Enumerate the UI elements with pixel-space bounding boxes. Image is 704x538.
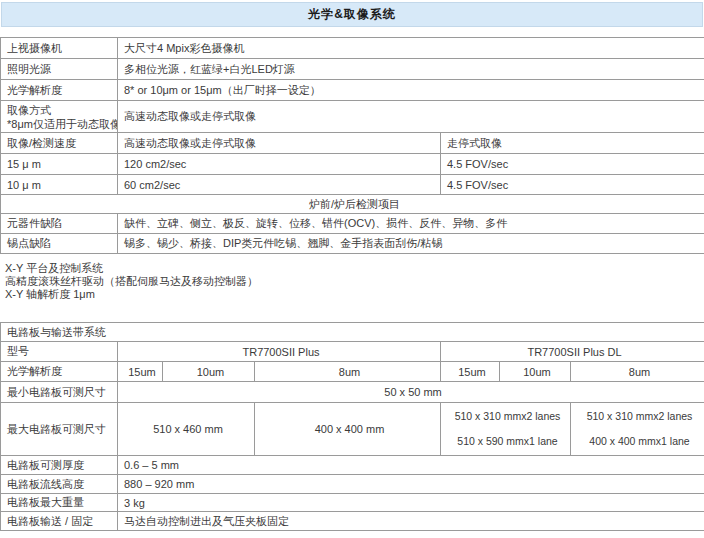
table-row: 取像方式 *8μm仅适用于动态取像 高速动态取像或走停式取像 bbox=[1, 101, 704, 133]
section-header-optics: 光学&取像系统 bbox=[1, 2, 703, 27]
max-board-dl-b-cell: 510 x 310 mmx2 lanes 400 x 400 mmx1 lane bbox=[571, 403, 704, 456]
spec-label-cell: 取像方式 *8μm仅适用于动态取像 bbox=[1, 101, 118, 133]
res-col-cell: 15um bbox=[118, 362, 163, 382]
table-row: 电路板与输送带系统 bbox=[1, 323, 704, 342]
spec-label-cell: 电路板输送 / 固定 bbox=[1, 512, 118, 531]
max-board-dl-a-cell: 510 x 310 mmx2 lanes 510 x 590 mmx1 lane bbox=[441, 403, 571, 456]
spec-label-cell: 型号 bbox=[1, 342, 118, 362]
table-row: 元器件缺陷 缺件、立碑、侧立、极反、旋转、位移、错件(OCV)、损件、反件、异物… bbox=[1, 214, 704, 234]
spec-label-cell: 电路板可测厚度 bbox=[1, 456, 118, 475]
table-row: 型号 TR7700SII Plus TR7700SII Plus DL bbox=[1, 342, 704, 362]
min-board-value-cell: 50 x 50 mm bbox=[118, 382, 704, 403]
spec-label-cell: 照明光源 bbox=[1, 59, 118, 80]
xy-platform-resolution: X-Y 轴解析度 1μm bbox=[5, 288, 695, 301]
spec-value-cell: 880 – 920 mm bbox=[118, 475, 704, 494]
table-row: 最小电路板可测尺寸 50 x 50 mm bbox=[1, 382, 704, 403]
spec-value-cell: 大尺寸4 Mpix彩色摄像机 bbox=[118, 38, 704, 59]
spec-label-cell: 光学解析度 bbox=[1, 80, 118, 101]
table-row: 15 μ m 120 cm2/sec 4.5 FOV/sec bbox=[1, 154, 704, 175]
table-row: 上视摄像机 大尺寸4 Mpix彩色摄像机 bbox=[1, 38, 704, 59]
table-row: 炉前/炉后检测项目 bbox=[1, 195, 704, 214]
spec-label-cell: 元器件缺陷 bbox=[1, 214, 118, 234]
spec-value-cell: 3 kg bbox=[118, 494, 704, 512]
table-row: 电路板流线高度 880 – 920 mm bbox=[1, 475, 704, 494]
model-plus-cell: TR7700SII Plus bbox=[118, 342, 441, 362]
spec-label-cell: 电路板最大重量 bbox=[1, 494, 118, 512]
spec-value-cell: 马达自动控制进出及气压夹板固定 bbox=[118, 512, 704, 531]
table-row: 照明光源 多相位光源，红蓝绿+白光LED灯源 bbox=[1, 59, 704, 80]
max-board-plus-a-cell: 510 x 460 mm bbox=[118, 403, 255, 456]
table-row: 电路板可测厚度 0.6 – 5 mm bbox=[1, 456, 704, 475]
spec-value-cell: 走停式取像 bbox=[441, 133, 704, 154]
spec-label-cell: 取像/检测速度 bbox=[1, 133, 118, 154]
res-col-cell: 8um bbox=[255, 362, 441, 382]
max-board-dl-b-line2: 400 x 400 mmx1 lane bbox=[577, 429, 702, 454]
spec-value-cell: 锡多、锡少、桥接、DIP类元件吃锡、翘脚、金手指表面刮伤/粘锡 bbox=[118, 234, 704, 254]
xy-platform-drive: 高精度滚珠丝杆驱动（搭配伺服马达及移动控制器） bbox=[5, 275, 695, 288]
inspection-items-header: 炉前/炉后检测项目 bbox=[1, 195, 704, 214]
table-row: 锡点缺陷 锡多、锡少、桥接、DIP类元件吃锡、翘脚、金手指表面刮伤/粘锡 bbox=[1, 234, 704, 254]
spec-value-cell: 4.5 FOV/sec bbox=[441, 154, 704, 175]
board-conveyor-table: 电路板与输送带系统 型号 TR7700SII Plus TR7700SII Pl… bbox=[0, 322, 704, 531]
spec-value-cell: 高速动态取像或走停式取像 bbox=[118, 133, 441, 154]
table-row: 光学解析度 15um 10um 8um 15um 10um 8um bbox=[1, 362, 704, 382]
capture-mode-label: 取像方式 bbox=[7, 103, 115, 117]
max-board-dl-b-line1: 510 x 310 mmx2 lanes bbox=[577, 404, 702, 429]
table-row: 光学解析度 8* or 10μm or 15μm（出厂时择一设定） bbox=[1, 80, 704, 101]
optics-table: 上视摄像机 大尺寸4 Mpix彩色摄像机 照明光源 多相位光源，红蓝绿+白光LE… bbox=[0, 37, 704, 254]
spec-value-cell: 120 cm2/sec bbox=[118, 154, 441, 175]
spec-label-cell: 15 μ m bbox=[1, 154, 118, 175]
spec-sheet-page: 光学&取像系统 上视摄像机 大尺寸4 Mpix彩色摄像机 照明光源 多相位光源，… bbox=[0, 0, 704, 538]
spec-value-cell: 8* or 10μm or 15μm（出厂时择一设定） bbox=[118, 80, 704, 101]
table-row: 取像/检测速度 高速动态取像或走停式取像 走停式取像 bbox=[1, 133, 704, 154]
max-board-plus-b-cell: 400 x 400 mm bbox=[255, 403, 441, 456]
spec-label-cell: 锡点缺陷 bbox=[1, 234, 118, 254]
table-row: 10 μ m 60 cm2/sec 4.5 FOV/sec bbox=[1, 175, 704, 195]
spec-value-cell: 高速动态取像或走停式取像 bbox=[118, 101, 704, 133]
xy-platform-block: X-Y 平台及控制系统 高精度滚珠丝杆驱动（搭配伺服马达及移动控制器） X-Y … bbox=[5, 262, 695, 301]
spec-value-cell: 多相位光源，红蓝绿+白光LED灯源 bbox=[118, 59, 704, 80]
res-col-cell: 10um bbox=[500, 362, 571, 382]
spec-label-cell: 10 μ m bbox=[1, 175, 118, 195]
max-board-dl-a-line2: 510 x 590 mmx1 lane bbox=[447, 429, 568, 454]
spec-label-cell: 最大电路板可测尺寸 bbox=[1, 403, 118, 456]
spec-value-cell: 缺件、立碑、侧立、极反、旋转、位移、错件(OCV)、损件、反件、异物、多件 bbox=[118, 214, 704, 234]
res-col-cell: 15um bbox=[441, 362, 500, 382]
section-header-board: 电路板与输送带系统 bbox=[1, 323, 704, 342]
res-col-cell: 8um bbox=[571, 362, 704, 382]
spec-label-cell: 最小电路板可测尺寸 bbox=[1, 382, 118, 403]
spec-label-cell: 上视摄像机 bbox=[1, 38, 118, 59]
spec-value-cell: 60 cm2/sec bbox=[118, 175, 441, 195]
spec-label-cell: 光学解析度 bbox=[1, 362, 118, 382]
model-plus-dl-cell: TR7700SII Plus DL bbox=[441, 342, 704, 362]
table-row: 最大电路板可测尺寸 510 x 460 mm 400 x 400 mm 510 … bbox=[1, 403, 704, 456]
xy-platform-title: X-Y 平台及控制系统 bbox=[5, 262, 695, 275]
table-row: 电路板最大重量 3 kg bbox=[1, 494, 704, 512]
capture-mode-note: *8μm仅适用于动态取像 bbox=[7, 117, 115, 131]
max-board-dl-a-line1: 510 x 310 mmx2 lanes bbox=[447, 404, 568, 429]
spec-value-cell: 0.6 – 5 mm bbox=[118, 456, 704, 475]
table-row: 电路板输送 / 固定 马达自动控制进出及气压夹板固定 bbox=[1, 512, 704, 531]
spec-value-cell: 4.5 FOV/sec bbox=[441, 175, 704, 195]
res-col-cell: 10um bbox=[163, 362, 255, 382]
spec-label-cell: 电路板流线高度 bbox=[1, 475, 118, 494]
